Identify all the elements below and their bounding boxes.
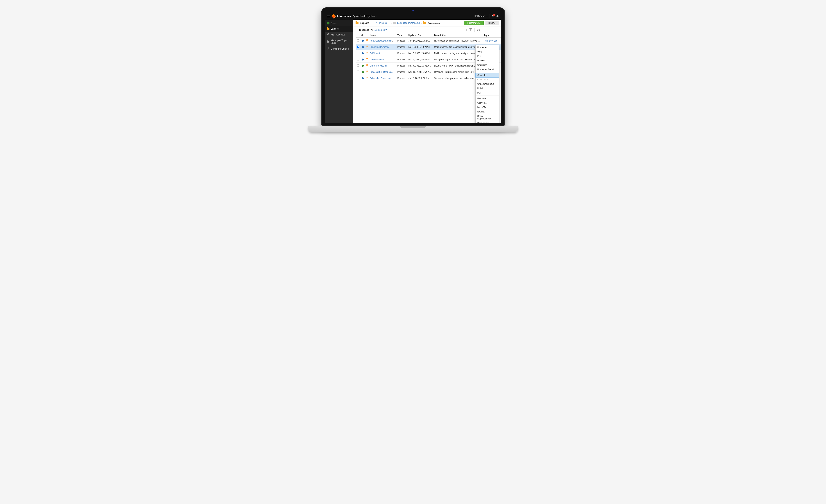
cell-type: Process	[396, 50, 407, 56]
sidebar-item-explore[interactable]: Explore	[325, 26, 353, 32]
product-switcher[interactable]: Application Integration	[353, 15, 377, 17]
folder-icon	[327, 28, 330, 30]
ctx-item-check-in[interactable]: Check In	[475, 73, 499, 77]
svg-point-10	[367, 58, 368, 59]
sidebar: + New... Explore My Processes	[325, 20, 353, 123]
ctx-item-unpublish[interactable]: Unpublish	[476, 63, 499, 67]
cell-type: Process	[396, 75, 407, 81]
svg-point-15	[366, 71, 367, 71]
row-checkbox[interactable]	[357, 39, 359, 42]
ctx-item-permissions[interactable]: Permissions...	[476, 121, 499, 123]
caret-down-icon	[386, 29, 387, 30]
breadcrumb-all-projects[interactable]: All Projects	[376, 22, 390, 24]
process-link[interactable]: GetPartDetails	[370, 58, 384, 61]
sidebar-item-logs[interactable]: My Import/Export Logs	[325, 38, 353, 46]
chevron-down-icon	[370, 22, 371, 23]
chevron-down-icon	[375, 16, 377, 17]
table-header-row: Name Type Updated On Description Tags	[356, 33, 501, 38]
col-description[interactable]: Description	[433, 33, 483, 38]
col-updated[interactable]: Updated On	[407, 33, 433, 38]
ctx-item-move-to[interactable]: Move To...	[476, 105, 499, 110]
app-screen: Informatica Application Integration IICS…	[325, 13, 501, 123]
svg-point-12	[366, 64, 367, 65]
cell-updated: Mar 4, 2020, 8:58 AM	[407, 56, 433, 63]
ctx-item-pull[interactable]: Pull	[476, 90, 499, 95]
row-checkbox[interactable]	[357, 58, 359, 60]
process-link[interactable]: Scheduled Execution	[370, 77, 391, 79]
svg-point-13	[367, 64, 368, 65]
ctx-item-unlink[interactable]: Unlink	[476, 86, 499, 90]
menu-icon[interactable]	[327, 15, 330, 17]
find-input[interactable]	[474, 28, 498, 32]
cell-updated: Nov 19, 2018, 5:54 A...	[407, 69, 433, 75]
ctx-item-export[interactable]: Export...	[476, 110, 499, 114]
top-bar: Informatica Application Integration IICS…	[325, 13, 501, 20]
process-icon	[365, 71, 368, 74]
org-switcher[interactable]: IICS iPaaS	[474, 15, 488, 17]
svg-point-16	[367, 71, 368, 71]
ctx-item-show-dependencies[interactable]: Show Dependencies	[476, 114, 499, 121]
selected-menu[interactable]: 1 selected	[374, 29, 387, 31]
explore-dropdown[interactable]: Explore	[360, 21, 371, 24]
cell-updated: Jun 2, 2020, 8:58 AM	[407, 75, 433, 81]
gear-icon	[327, 33, 330, 36]
status-icon	[361, 64, 364, 67]
process-icon	[365, 40, 368, 43]
process-link[interactable]: Process B2B Requests	[370, 71, 393, 73]
status-column-icon	[361, 34, 363, 37]
breadcrumb-current: Processes	[428, 22, 439, 24]
sidebar-new[interactable]: + New...	[325, 20, 353, 26]
ctx-item-properties-detail[interactable]: Properties Detail...	[476, 67, 499, 72]
tag-link[interactable]: Rule Services	[484, 40, 497, 42]
ctx-item-edit[interactable]: Edit	[476, 54, 499, 58]
process-link[interactable]: Fulfillment	[370, 52, 380, 55]
col-tags[interactable]: Tags	[483, 33, 501, 38]
svg-point-7	[367, 52, 368, 53]
ctx-item-properties[interactable]: Properties...	[476, 45, 499, 50]
brand-text: Informatica	[337, 15, 351, 18]
table-row[interactable]: AutoApprovalDeterminationProcessJun 27, …	[356, 38, 501, 44]
ctx-item-copy-to[interactable]: Copy To...	[476, 101, 499, 105]
row-checkbox[interactable]	[357, 71, 359, 73]
select-all-checkbox[interactable]	[357, 34, 359, 36]
process-link[interactable]: Order Processing	[370, 64, 387, 67]
row-checkbox[interactable]	[357, 46, 359, 48]
svg-point-2	[367, 41, 367, 42]
sort-icon[interactable]	[464, 28, 467, 32]
notifications-icon[interactable]: 9	[491, 15, 494, 18]
context-menu: Properties...ViewEditPublishUnpublishPro…	[475, 45, 499, 123]
brand-logo-icon	[331, 14, 336, 18]
chevron-down-icon	[486, 16, 488, 17]
svg-point-14	[367, 66, 367, 66]
ctx-item-undo-check-out[interactable]: Undo Check Out	[476, 82, 499, 86]
process-link[interactable]: AutoApprovalDetermination	[370, 40, 396, 42]
filter-icon[interactable]	[469, 28, 472, 32]
cell-type: Process	[396, 38, 407, 44]
ctx-item-publish[interactable]: Publish	[476, 58, 499, 63]
sidebar-item-guides[interactable]: Configure Guides	[325, 46, 353, 52]
caret-down-icon	[388, 22, 390, 23]
breadcrumb-bar: Explore All Projects › Expedited Purchas…	[353, 20, 501, 26]
svg-point-11	[367, 60, 367, 60]
pull-from-git-button[interactable]: Pull from Git...	[464, 21, 484, 25]
cell-type: Process	[396, 56, 407, 63]
col-type[interactable]: Type	[396, 33, 407, 38]
breadcrumb-project[interactable]: Expedited Purchasing	[397, 22, 420, 24]
row-checkbox[interactable]	[357, 52, 359, 54]
row-checkbox[interactable]	[357, 64, 359, 67]
process-icon	[365, 59, 368, 61]
process-link[interactable]: Expedited Purchase	[370, 46, 390, 48]
svg-point-8	[367, 53, 367, 54]
svg-point-1	[367, 39, 368, 40]
sidebar-item-my-processes[interactable]: My Processes	[325, 32, 353, 38]
user-icon[interactable]	[496, 14, 499, 18]
col-name[interactable]: Name	[369, 33, 396, 38]
ctx-item-rename[interactable]: Rename...	[476, 96, 499, 101]
row-checkbox[interactable]	[357, 77, 359, 79]
svg-point-5	[367, 47, 367, 48]
ctx-item-view[interactable]: View	[476, 50, 499, 54]
status-icon	[361, 77, 364, 79]
import-button[interactable]: Import...	[485, 21, 499, 25]
svg-point-18	[366, 77, 367, 77]
wrench-icon	[327, 47, 330, 50]
